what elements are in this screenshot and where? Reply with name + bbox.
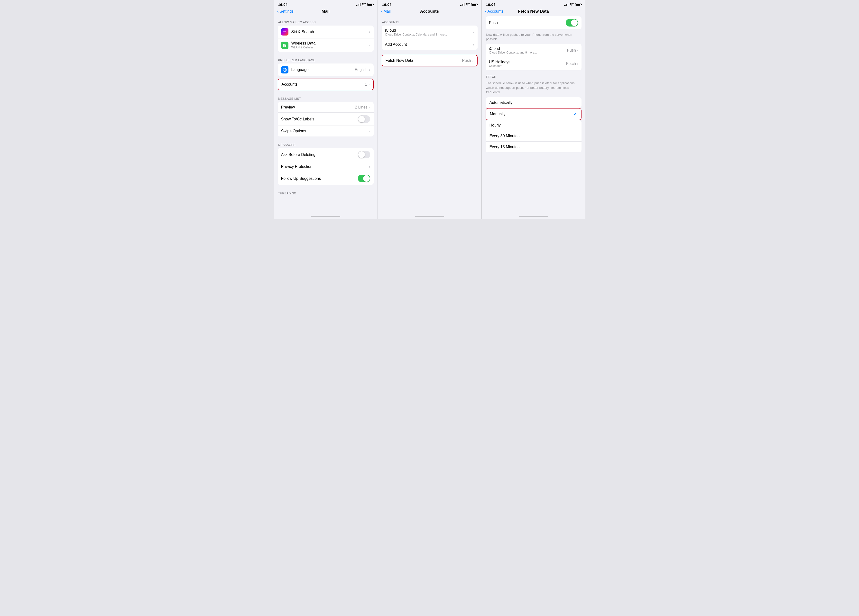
screens-container: 16:04 ‹ Settings Mai xyxy=(274,0,586,219)
back-button-2[interactable]: ‹ Mail xyxy=(381,9,390,14)
back-chevron-1: ‹ xyxy=(277,9,279,14)
row-icloud-fetch[interactable]: iCloud iCloud Drive, Contacts, and 9 mor… xyxy=(486,44,581,57)
status-bar-3: 16:04 xyxy=(482,0,586,8)
wireless-chevron: › xyxy=(369,43,370,47)
fetch-options-group-bottom: Hourly Every 30 Minutes Every 15 Minutes xyxy=(486,120,581,152)
icloud-fetch-value: Push xyxy=(567,48,576,53)
section-header-message-list: MESSAGE LIST xyxy=(274,93,378,102)
row-ask-before-deleting[interactable]: Ask Before Deleting xyxy=(278,148,374,161)
every-15-label: Every 15 Minutes xyxy=(489,145,578,149)
push-group: Push xyxy=(486,16,581,29)
siri-search-label: Siri & Search xyxy=(291,30,369,34)
push-label: Push xyxy=(489,21,566,25)
follow-up-label: Follow Up Suggestions xyxy=(281,176,358,181)
accounts-highlighted-wrapper: Accounts 1 › xyxy=(278,79,374,90)
follow-up-toggle[interactable] xyxy=(358,175,370,182)
row-siri-search[interactable]: Siri & Search › xyxy=(278,25,374,39)
row-preview[interactable]: Preview 2 Lines › xyxy=(278,102,374,113)
status-icons-1 xyxy=(356,3,373,6)
siri-icon xyxy=(281,28,289,36)
icloud-fetch-label: iCloud xyxy=(489,47,567,51)
preview-label: Preview xyxy=(281,105,355,109)
signal-bars-2 xyxy=(460,3,464,6)
fetch-new-data-value: Push xyxy=(462,58,471,63)
status-bar-2: 16:04 xyxy=(378,0,481,8)
nav-bar-3: ‹ Accounts Fetch New Data xyxy=(482,8,586,16)
show-tocc-toggle[interactable] xyxy=(358,115,370,123)
status-icons-2 xyxy=(460,3,477,6)
us-holidays-chevron: › xyxy=(577,62,578,65)
language-label: Language xyxy=(291,68,355,72)
status-bar-1: 16:04 xyxy=(274,0,378,8)
language-value: English xyxy=(355,68,367,72)
settings-group-language: Language English › xyxy=(278,64,374,76)
status-time-3: 16:04 xyxy=(486,2,495,6)
battery-icon-2 xyxy=(471,3,477,6)
wireless-icon xyxy=(281,42,289,49)
option-every-30[interactable]: Every 30 Minutes xyxy=(486,131,581,142)
icloud-accounts-section: iCloud iCloud Drive, Contacts, and 9 mor… xyxy=(486,44,581,70)
option-every-15[interactable]: Every 15 Minutes xyxy=(486,142,581,152)
row-show-tocc[interactable]: Show To/Cc Labels xyxy=(278,113,374,126)
every-30-label: Every 30 Minutes xyxy=(489,134,578,138)
back-button-3[interactable]: ‹ Accounts xyxy=(485,9,504,14)
row-push[interactable]: Push xyxy=(486,16,581,29)
home-indicator-2 xyxy=(415,216,444,217)
svg-rect-4 xyxy=(283,44,284,47)
status-icons-3 xyxy=(564,3,581,6)
preview-chevron: › xyxy=(369,105,370,109)
wireless-data-label: Wireless Data xyxy=(291,41,369,45)
option-manually[interactable]: Manually ✓ xyxy=(486,109,581,120)
row-fetch-new-data[interactable]: Fetch New Data Push › xyxy=(382,55,477,66)
row-accounts[interactable]: Accounts 1 › xyxy=(278,79,373,90)
back-chevron-2: ‹ xyxy=(381,9,383,14)
screen-accounts: 16:04 ‹ Mail Account xyxy=(378,0,482,219)
section-header-accounts-list: ACCOUNTS xyxy=(378,16,481,25)
back-button-1[interactable]: ‹ Settings xyxy=(277,9,294,14)
row-us-holidays[interactable]: US Holidays Calendars Fetch › xyxy=(486,57,581,70)
row-icloud-account[interactable]: iCloud iCloud Drive, Contacts, Calendars… xyxy=(382,25,478,39)
section-header-messages: MESSAGES xyxy=(274,139,378,148)
push-toggle[interactable] xyxy=(566,19,578,27)
status-time-1: 16:04 xyxy=(278,2,287,6)
settings-group-access: Siri & Search › Wireless Data WLAN & Cel… xyxy=(278,25,374,52)
battery-icon-3 xyxy=(575,3,581,6)
ask-before-deleting-label: Ask Before Deleting xyxy=(281,153,358,157)
option-automatically[interactable]: Automatically xyxy=(486,97,581,108)
back-label-1: Settings xyxy=(280,9,294,14)
row-privacy-protection[interactable]: Privacy Protection › xyxy=(278,161,374,172)
svg-point-1 xyxy=(283,31,284,32)
status-time-2: 16:04 xyxy=(382,2,391,6)
swipe-chevron: › xyxy=(369,129,370,133)
accounts-value: 1 xyxy=(365,82,367,87)
fetch-section-header: FETCH xyxy=(482,73,586,80)
section-header-threading: THREADING xyxy=(274,187,378,196)
add-account-label: Add Account xyxy=(385,42,473,47)
settings-group-messages: Ask Before Deleting Privacy Protection ›… xyxy=(278,148,374,185)
fetch-options-group: Automatically xyxy=(486,97,581,108)
nav-bar-1: ‹ Settings Mail xyxy=(274,8,378,16)
privacy-chevron: › xyxy=(369,165,370,168)
battery-fill-3 xyxy=(576,4,580,6)
settings-group-message-list: Preview 2 Lines › Show To/Cc Labels Swip… xyxy=(278,102,374,136)
manually-highlighted-wrapper: Manually ✓ xyxy=(486,108,581,120)
back-label-3: Accounts xyxy=(487,9,504,14)
row-language[interactable]: Language English › xyxy=(278,64,374,76)
preview-value: 2 Lines xyxy=(355,105,367,109)
row-follow-up[interactable]: Follow Up Suggestions xyxy=(278,172,374,185)
icloud-account-chevron: › xyxy=(473,30,474,34)
battery-fill-2 xyxy=(472,4,476,6)
push-thumb xyxy=(571,19,578,26)
row-wireless-data[interactable]: Wireless Data WLAN & Cellular › xyxy=(278,39,374,52)
ask-before-deleting-toggle[interactable] xyxy=(358,151,370,158)
row-add-account[interactable]: Add Account › xyxy=(382,39,478,50)
hourly-label: Hourly xyxy=(489,123,578,128)
ask-before-deleting-thumb xyxy=(358,151,365,158)
row-swipe-options[interactable]: Swipe Options › xyxy=(278,126,374,136)
icloud-fetch-chevron: › xyxy=(577,48,578,52)
language-icon xyxy=(281,66,289,73)
option-hourly[interactable]: Hourly xyxy=(486,120,581,131)
nav-title-1: Mail xyxy=(322,9,330,14)
home-indicator-3 xyxy=(519,216,548,217)
push-description: New data will be pushed to your iPhone f… xyxy=(482,32,586,44)
